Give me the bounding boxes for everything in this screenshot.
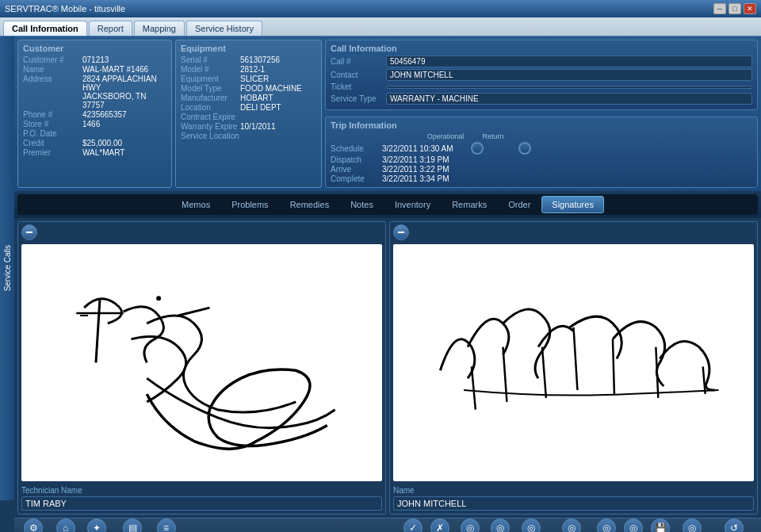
close-button[interactable]: ✕: [744, 3, 756, 14]
svg-point-1: [156, 296, 161, 300]
refresh-wo-icon: ↺: [725, 519, 744, 532]
tab-memos[interactable]: Memos: [171, 196, 220, 213]
equip-value-0: 561307256: [240, 55, 280, 64]
technician-signature-canvas[interactable]: [21, 244, 382, 481]
call-label-1: Contact: [331, 71, 386, 79]
trip-label-schedule: Schedule: [331, 144, 382, 153]
trip-label-dispatch: Dispatch: [331, 155, 382, 164]
maximize-button[interactable]: □: [728, 3, 741, 14]
new-wo-button[interactable]: ◎ New W/O: [676, 519, 707, 532]
tech-name-input[interactable]: [21, 496, 382, 511]
create-wo-button[interactable]: ◎ Create-W/O: [553, 519, 591, 532]
customer-label-3: Phone #: [23, 110, 82, 119]
schedule-operational-radio[interactable]: [471, 142, 484, 155]
inventory-icon: ▤: [123, 519, 142, 532]
call-info-section: Call Information Call # 50456479 Contact…: [325, 40, 758, 110]
inventory-button[interactable]: ▤ Inventory: [118, 519, 147, 532]
tab-report[interactable]: Report: [89, 21, 132, 36]
tab-problems[interactable]: Problems: [221, 196, 278, 213]
tab-mapping[interactable]: Mapping: [134, 21, 185, 36]
call-value-0: 50456479: [386, 55, 752, 67]
settings-button[interactable]: ⚙ Settings: [21, 519, 47, 532]
toolbar-right: ✓ Accept ✗ Reject ◎ Dispatch ◎ Arrive ◎: [402, 519, 755, 532]
trip-row-complete: Complete 3/22/2011 3:34 PM: [331, 174, 752, 183]
tech-sig-delete-button[interactable]: [21, 224, 37, 240]
window-title: SERVTRAC® Mobile - titusville: [5, 4, 125, 13]
price-button[interactable]: ◎ Price: [597, 519, 616, 532]
save-button[interactable]: 💾 Save: [651, 519, 670, 532]
tab-call-information[interactable]: Call Information: [3, 21, 87, 36]
customer-value-2: 2824 APPALACHIAN HWYJACKSBORO, TN 37757: [82, 75, 166, 109]
customer-label-7: Premier: [23, 148, 82, 157]
customer-value-7: WAL*MART: [82, 148, 124, 157]
cust-sig-delete-button[interactable]: [393, 224, 409, 240]
home-button[interactable]: ⌂ Home: [56, 519, 75, 532]
customer-label-2: Address: [23, 75, 82, 109]
equipment-row-4: Manufacturer HOBART: [181, 94, 316, 102]
service-button[interactable]: ✦ Service: [85, 519, 109, 532]
minimize-button[interactable]: ─: [713, 3, 726, 14]
trip-panel: Trip Information Operational Return Sche…: [325, 117, 758, 188]
service-calls-tab[interactable]: Service Calls: [0, 36, 14, 500]
schedule-return-radio[interactable]: [518, 142, 531, 155]
equip-label-6: Contract Expire: [181, 113, 240, 121]
customer-value-6: $25,000.00: [82, 139, 122, 147]
customer-row-4: Store # 1466: [23, 120, 166, 128]
trip-label-complete: Complete: [331, 174, 382, 183]
info-area: Customer Customer # 071213 Name WAL-MART…: [14, 36, 761, 191]
arrive-button[interactable]: ◎ Arrive: [491, 519, 510, 532]
equipment-row-3: Model Type FOOD MACHINE: [181, 84, 316, 93]
dispatch-button[interactable]: ◎ Dispatch: [457, 519, 484, 532]
tab-remedies[interactable]: Remedies: [280, 196, 340, 213]
customer-value-0: 071213: [82, 55, 109, 64]
tab-remarks[interactable]: Remarks: [442, 196, 497, 213]
customer-row-2: Address 2824 APPALACHIAN HWYJACKSBORO, T…: [23, 75, 166, 109]
equipment-row-6: Contract Expire: [181, 113, 316, 121]
equipment-panel: Equipment Serial # 561307256 Model # 281…: [175, 40, 322, 188]
customer-row-5: P.O. Date: [23, 129, 166, 138]
tech-sig-toolbar: [18, 222, 385, 243]
customer-label-0: Customer #: [23, 55, 82, 64]
trip-col-operational: Operational: [422, 132, 469, 140]
trip-title: Trip Information: [331, 121, 752, 130]
cust-name-label: Name: [393, 486, 754, 495]
cust-name-area: Name: [390, 483, 757, 514]
bottom-toolbar: ⚙ Settings ⌂ Home ✦ Service ▤ Inventory …: [14, 518, 761, 532]
tab-order[interactable]: Order: [498, 196, 541, 213]
customer-signature-panel: Name: [389, 221, 758, 515]
other-button[interactable]: ≡ Other: [157, 519, 176, 532]
home-icon: ⌂: [56, 519, 75, 532]
equip-label-3: Model Type: [181, 84, 240, 93]
tab-service-history[interactable]: Service History: [186, 21, 262, 36]
content-tabs-section: Memos Problems Remedies Notes Inventory …: [14, 191, 761, 218]
refresh-wo-button[interactable]: ↺ Refresh W/O: [713, 519, 755, 532]
reject-button[interactable]: ✗ Reject: [430, 519, 450, 532]
trip-value-schedule: 3/22/2011 10:30 AM: [382, 144, 453, 153]
app-window: SERVTRAC® Mobile - titusville ─ □ ✕ Call…: [0, 0, 761, 532]
accept-button[interactable]: ✓ Accept: [402, 519, 424, 532]
submit-button[interactable]: ◎ Submit: [622, 519, 644, 532]
customer-signature-canvas[interactable]: [393, 244, 754, 481]
title-bar: SERVTRAC® Mobile - titusville ─ □ ✕: [0, 0, 761, 17]
tab-notes[interactable]: Notes: [340, 196, 384, 213]
dispatch-icon: ◎: [461, 519, 480, 532]
window-controls: ─ □ ✕: [713, 3, 756, 14]
save-icon: 💾: [651, 519, 670, 532]
equip-label-2: Equipment: [181, 75, 240, 83]
customer-row-7: Premier WAL*MART: [23, 148, 166, 157]
cust-sig-toolbar: [390, 222, 757, 243]
nav-tab-bar: Call Information Report Mapping Service …: [0, 17, 761, 36]
tab-inventory[interactable]: Inventory: [384, 196, 441, 213]
trip-row-schedule: Schedule 3/22/2011 10:30 AM: [331, 142, 752, 155]
svg-rect-0: [26, 232, 33, 233]
equip-label-7: Warranty Expire: [181, 122, 240, 131]
call-row-1: Contact JOHN MITCHELL: [331, 69, 752, 81]
equipment-row-8: Service Location: [181, 132, 316, 140]
cust-name-input[interactable]: [393, 496, 754, 511]
tab-signatures[interactable]: Signatures: [541, 196, 604, 213]
complete-button[interactable]: ◎ Complete: [516, 519, 547, 532]
technician-signature-panel: Technician Name: [17, 221, 386, 515]
arrive-icon: ◎: [491, 519, 510, 532]
other-icon: ≡: [157, 519, 176, 532]
call-row-2: Ticket: [331, 82, 752, 91]
